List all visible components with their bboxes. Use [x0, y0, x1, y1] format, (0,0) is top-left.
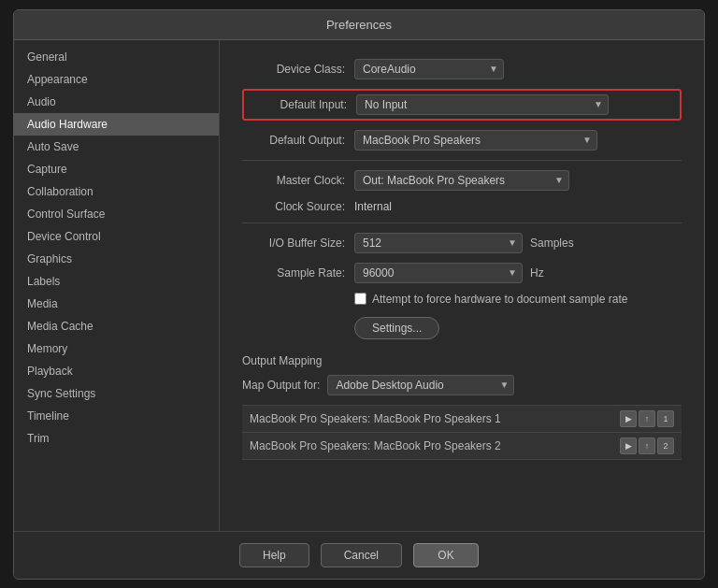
- force-hardware-row: Attempt to force hardware to document sa…: [354, 293, 682, 306]
- speaker-up-btn[interactable]: ↑: [639, 437, 655, 454]
- sample-rate-label: Sample Rate:: [242, 266, 345, 280]
- master-clock-row: Master Clock: Out: MacBook Pro Speakers …: [242, 170, 682, 191]
- speaker-label: MacBook Pro Speakers: MacBook Pro Speake…: [242, 432, 607, 459]
- default-output-select[interactable]: MacBook Pro Speakers: [354, 130, 597, 151]
- sidebar-item-timeline[interactable]: Timeline: [14, 405, 219, 427]
- map-output-select[interactable]: Adobe Desktop Audio: [327, 375, 514, 395]
- speaker-controls: ▶ ↑ 1: [607, 405, 682, 432]
- sidebar-item-media[interactable]: Media: [14, 293, 219, 315]
- force-hardware-label: Attempt to force hardware to document sa…: [372, 293, 627, 306]
- speaker-num: 1: [657, 410, 674, 427]
- device-class-label: Device Class:: [242, 63, 345, 76]
- map-output-label: Map Output for:: [242, 379, 320, 392]
- settings-button[interactable]: Settings...: [354, 317, 439, 339]
- io-buffer-row: I/O Buffer Size: 512 ▼ Samples: [242, 233, 682, 253]
- master-clock-label: Master Clock:: [242, 174, 345, 187]
- sample-rate-select-wrap: 96000 ▼: [354, 263, 523, 283]
- sidebar-item-control-surface[interactable]: Control Surface: [14, 203, 219, 225]
- sample-rate-unit: Hz: [530, 266, 544, 280]
- default-output-label: Default Output:: [242, 134, 345, 147]
- dialog-title: Preferences: [14, 10, 704, 40]
- default-output-row: Default Output: MacBook Pro Speakers ▼: [242, 130, 682, 151]
- settings-btn-wrap: Settings...: [354, 317, 682, 339]
- sidebar-item-audio-hardware[interactable]: Audio Hardware: [14, 113, 219, 136]
- sidebar-item-device-control[interactable]: Device Control: [14, 225, 219, 248]
- io-buffer-select-wrap: 512 ▼: [354, 233, 523, 253]
- device-class-select-wrap: CoreAudio ▼: [354, 59, 504, 79]
- speaker-row-1: MacBook Pro Speakers: MacBook Pro Speake…: [242, 405, 682, 432]
- clock-source-value: Internal: [354, 200, 392, 213]
- output-mapping-label: Output Mapping: [242, 354, 682, 367]
- dialog-footer: Help Cancel OK: [14, 531, 704, 579]
- sidebar-item-audio[interactable]: Audio: [14, 91, 219, 113]
- sidebar-item-capture[interactable]: Capture: [14, 158, 219, 180]
- device-class-select[interactable]: CoreAudio: [354, 59, 504, 79]
- cancel-button[interactable]: Cancel: [321, 543, 402, 567]
- sample-rate-select[interactable]: 96000: [354, 263, 523, 283]
- master-clock-select[interactable]: Out: MacBook Pro Speakers: [354, 170, 569, 191]
- clock-source-row: Clock Source: Internal: [242, 200, 682, 213]
- sidebar-item-playback[interactable]: Playback: [14, 360, 219, 382]
- sidebar-item-appearance[interactable]: Appearance: [14, 68, 219, 91]
- map-output-select-wrap: Adobe Desktop Audio ▼: [327, 375, 514, 395]
- map-output-row: Map Output for: Adobe Desktop Audio ▼: [242, 375, 682, 395]
- sidebar-item-auto-save[interactable]: Auto Save: [14, 136, 219, 158]
- io-buffer-label: I/O Buffer Size:: [242, 237, 345, 250]
- preferences-dialog: Preferences GeneralAppearanceAudioAudio …: [13, 9, 705, 580]
- io-buffer-unit: Samples: [530, 237, 574, 250]
- sample-rate-row: Sample Rate: 96000 ▼ Hz: [242, 263, 682, 283]
- main-panel: Device Class: CoreAudio ▼ Default Input:…: [220, 40, 704, 531]
- sidebar-item-memory[interactable]: Memory: [14, 337, 219, 360]
- device-class-row: Device Class: CoreAudio ▼: [242, 59, 682, 79]
- speaker-controls: ▶ ↑ 2: [607, 432, 682, 459]
- ok-button[interactable]: OK: [413, 543, 479, 567]
- help-button[interactable]: Help: [239, 543, 309, 567]
- io-buffer-select[interactable]: 512: [354, 233, 523, 253]
- sidebar-item-graphics[interactable]: Graphics: [14, 248, 219, 270]
- force-hardware-checkbox[interactable]: [354, 293, 366, 305]
- speakers-table: MacBook Pro Speakers: MacBook Pro Speake…: [242, 405, 682, 460]
- default-input-select[interactable]: No Input: [356, 94, 609, 115]
- dialog-content: GeneralAppearanceAudioAudio HardwareAuto…: [14, 40, 704, 531]
- speaker-up-btn[interactable]: ↑: [639, 410, 655, 427]
- speaker-num: 2: [657, 437, 674, 454]
- speaker-label: MacBook Pro Speakers: MacBook Pro Speake…: [242, 405, 607, 432]
- sidebar-item-trim[interactable]: Trim: [14, 427, 219, 450]
- sidebar-item-labels[interactable]: Labels: [14, 270, 219, 293]
- default-input-row: Default Input: No Input ▼: [242, 89, 682, 121]
- default-output-select-wrap: MacBook Pro Speakers ▼: [354, 130, 597, 151]
- speaker-play-btn[interactable]: ▶: [620, 437, 637, 454]
- divider-1: [242, 160, 682, 161]
- default-input-select-wrap: No Input ▼: [356, 94, 609, 115]
- master-clock-select-wrap: Out: MacBook Pro Speakers ▼: [354, 170, 569, 191]
- divider-2: [242, 222, 682, 223]
- sidebar-item-collaboration[interactable]: Collaboration: [14, 180, 219, 203]
- clock-source-label: Clock Source:: [242, 200, 345, 213]
- speaker-row-2: MacBook Pro Speakers: MacBook Pro Speake…: [242, 432, 682, 459]
- default-input-label: Default Input:: [250, 98, 347, 111]
- speaker-play-btn[interactable]: ▶: [620, 410, 637, 427]
- sidebar-item-media-cache[interactable]: Media Cache: [14, 315, 219, 337]
- sidebar-item-general[interactable]: General: [14, 46, 219, 68]
- sidebar-item-sync-settings[interactable]: Sync Settings: [14, 382, 219, 405]
- sidebar: GeneralAppearanceAudioAudio HardwareAuto…: [14, 40, 220, 531]
